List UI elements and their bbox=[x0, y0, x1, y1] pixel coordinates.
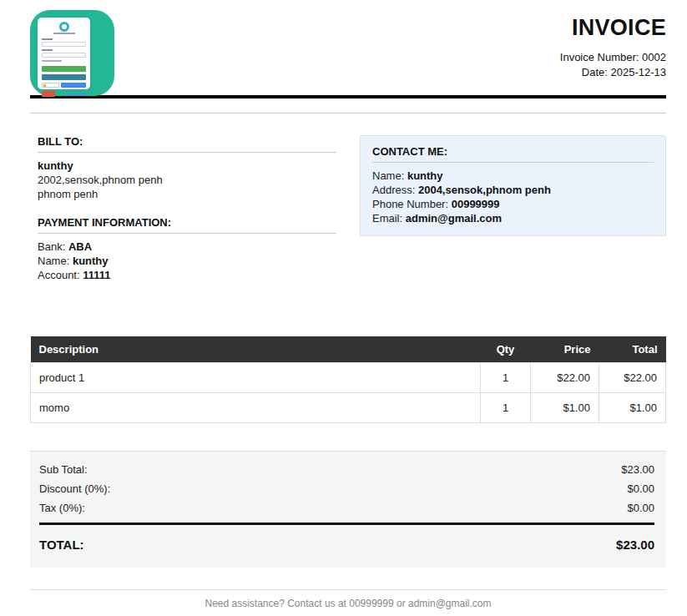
tax-value: $0.00 bbox=[627, 502, 654, 514]
app-logo-thumbnail bbox=[30, 10, 114, 96]
invoice-number-label: Invoice Number: bbox=[560, 51, 639, 63]
discount-label: Discount (0%): bbox=[39, 482, 110, 495]
bill-to-block: BILL TO: kunthy 2002,sensok,phnom penh p… bbox=[38, 135, 336, 201]
invoice-page: INVOICE Invoice Number: 0002 Date: 2025-… bbox=[0, 0, 687, 616]
invoice-date-line: Date: 2025-12-13 bbox=[560, 65, 666, 80]
bill-to-heading: BILL TO: bbox=[38, 135, 336, 153]
column-header-total: Total bbox=[599, 336, 666, 363]
item-price: $1.00 bbox=[531, 393, 599, 423]
bill-to-name: kunthy bbox=[38, 159, 336, 173]
google-signin-button-thumb bbox=[42, 83, 59, 88]
item-total: $1.00 bbox=[599, 393, 666, 423]
password-label-thumb bbox=[42, 49, 53, 51]
table-row: product 1 1 $22.00 $22.00 bbox=[31, 363, 666, 393]
grand-total-label: TOTAL: bbox=[39, 538, 84, 552]
column-header-description: Description bbox=[31, 336, 481, 363]
contact-email-line: Email: admin@gmail.com bbox=[372, 211, 654, 225]
items-table: Description Qty Price Total product 1 1 … bbox=[30, 336, 666, 423]
subtotal-label: Sub Total: bbox=[39, 463, 88, 476]
item-price: $22.00 bbox=[531, 363, 599, 393]
login-button-thumb bbox=[42, 66, 86, 72]
total-divider bbox=[39, 523, 654, 525]
forgot-password-link-thumb bbox=[68, 93, 86, 95]
invoice-number-value: 0002 bbox=[642, 51, 666, 63]
bill-to-address-line2: phnom penh bbox=[38, 187, 336, 201]
telegram-signin-button-thumb bbox=[61, 83, 86, 88]
footer-assistance-text: Need assistance? Contact us at 00999999 … bbox=[205, 598, 491, 609]
header-divider bbox=[30, 95, 666, 98]
item-description: momo bbox=[31, 393, 481, 423]
table-header-row: Description Qty Price Total bbox=[31, 336, 666, 363]
invoice-header: INVOICE Invoice Number: 0002 Date: 2025-… bbox=[30, 0, 666, 95]
tax-row: Tax (0%): $0.00 bbox=[39, 502, 654, 514]
payment-info-block: PAYMENT INFORMATION: Bank: ABA Name: kun… bbox=[38, 216, 336, 282]
payment-info-heading: PAYMENT INFORMATION: bbox=[38, 216, 336, 234]
item-qty: 1 bbox=[481, 393, 531, 423]
discount-value: $0.00 bbox=[627, 482, 654, 495]
remember-me-thumb bbox=[42, 60, 62, 62]
info-section: BILL TO: kunthy 2002,sensok,phnom penh p… bbox=[30, 135, 666, 282]
page-title: INVOICE bbox=[560, 15, 666, 41]
section-divider bbox=[30, 113, 666, 114]
discount-row: Discount (0%): $0.00 bbox=[39, 482, 654, 495]
column-header-qty: Qty bbox=[481, 336, 531, 363]
invoice-number-line: Invoice Number: 0002 bbox=[560, 50, 666, 65]
contact-phone-line: Phone Number: 00999999 bbox=[372, 197, 654, 211]
register-button-thumb bbox=[42, 74, 86, 80]
date-value: 2025-12-13 bbox=[611, 66, 667, 78]
subtotal-value: $23.00 bbox=[621, 463, 654, 476]
contact-me-heading: CONTACT ME: bbox=[372, 145, 654, 163]
app-login-card-thumb bbox=[38, 18, 90, 89]
table-row: momo 1 $1.00 $1.00 bbox=[31, 393, 666, 423]
subtotal-row: Sub Total: $23.00 bbox=[39, 463, 654, 476]
item-total: $22.00 bbox=[599, 363, 666, 393]
grand-total-row: TOTAL: $23.00 bbox=[39, 538, 654, 552]
payment-name-line: Name: kunthy bbox=[38, 254, 336, 268]
date-label: Date: bbox=[582, 66, 608, 78]
email-input-thumb bbox=[42, 42, 86, 47]
app-logo-circle-icon bbox=[59, 22, 69, 32]
item-qty: 1 bbox=[481, 363, 531, 393]
payment-bank-line: Bank: ABA bbox=[38, 240, 336, 254]
item-description: product 1 bbox=[31, 363, 481, 393]
contact-me-box: CONTACT ME: Name: kunthy Address: 2004,s… bbox=[360, 135, 666, 236]
bill-to-address-line1: 2002,sensok,phnom penh bbox=[38, 173, 336, 187]
contact-address-line: Address: 2004,sensok,phnom penh bbox=[372, 183, 654, 197]
red-button-thumb bbox=[42, 91, 55, 97]
tax-label: Tax (0%): bbox=[39, 502, 85, 514]
app-logo-caption-thumb bbox=[53, 33, 75, 34]
grand-total-value: $23.00 bbox=[616, 538, 654, 552]
email-label-thumb bbox=[42, 38, 53, 40]
column-header-price: Price bbox=[531, 336, 599, 363]
contact-name-line: Name: kunthy bbox=[372, 169, 654, 183]
payment-account-line: Account: 11111 bbox=[38, 268, 336, 282]
page-footer: Need assistance? Contact us at 00999999 … bbox=[30, 589, 666, 609]
totals-section: Sub Total: $23.00 Discount (0%): $0.00 T… bbox=[30, 451, 666, 568]
password-input-thumb bbox=[42, 53, 86, 58]
